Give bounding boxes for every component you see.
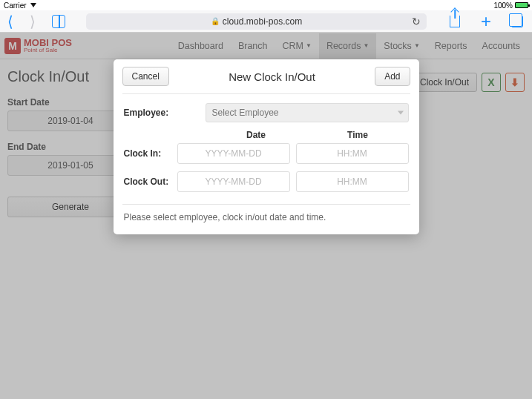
- safari-toolbar: ⟨ ⟩ 🔒 cloud.mobi-pos.com ↻ +: [0, 10, 532, 33]
- employee-select-value: Select Employee: [212, 108, 279, 118]
- employee-select[interactable]: Select Employee: [206, 103, 409, 122]
- new-tab-button[interactable]: +: [479, 14, 493, 29]
- cancel-button[interactable]: Cancel: [122, 67, 169, 86]
- battery-icon: [515, 2, 528, 8]
- employee-label: Employee:: [124, 108, 206, 118]
- modal-title: New Clock In/Out: [229, 70, 315, 83]
- ios-status-bar: Carrier 100%: [0, 0, 532, 10]
- back-button[interactable]: ⟨: [7, 14, 13, 29]
- tabs-button[interactable]: [510, 14, 525, 29]
- forward-button[interactable]: ⟩: [30, 14, 36, 29]
- battery-pct: 100%: [493, 1, 513, 10]
- modal-footer-text: Please select employee, clock in/out dat…: [114, 205, 419, 234]
- clock-in-label: Clock In:: [124, 148, 177, 159]
- carrier-label: Carrier: [4, 1, 27, 10]
- tabs-icon: [511, 16, 523, 27]
- clock-out-date-input[interactable]: [177, 171, 290, 192]
- time-header: Time: [307, 130, 409, 140]
- share-button[interactable]: [447, 14, 462, 29]
- add-button[interactable]: Add: [375, 67, 410, 86]
- url-field[interactable]: 🔒 cloud.mobi-pos.com ↻: [86, 13, 427, 30]
- clock-in-time-input[interactable]: [296, 143, 409, 164]
- share-icon: [450, 16, 460, 27]
- clock-out-time-input[interactable]: [296, 171, 409, 192]
- page-content: M MOBI POS Point of Sale Dashboard Branc…: [0, 33, 532, 399]
- lock-icon: 🔒: [211, 17, 220, 25]
- date-header: Date: [206, 130, 307, 140]
- wifi-icon: [30, 3, 36, 7]
- clock-out-label: Clock Out:: [124, 177, 177, 187]
- reload-icon[interactable]: ↻: [412, 16, 421, 27]
- new-clock-modal: Cancel New Clock In/Out Add Employee: Se…: [114, 59, 419, 234]
- url-text: cloud.mobi-pos.com: [223, 16, 302, 27]
- clock-in-date-input[interactable]: [177, 143, 290, 164]
- bookmarks-icon[interactable]: [52, 15, 65, 28]
